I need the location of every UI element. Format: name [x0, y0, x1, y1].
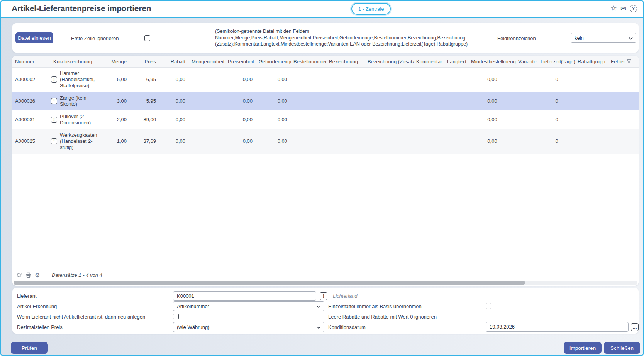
cell-kurzbezeichnung: ! Zange (kein Skonto) [51, 92, 103, 110]
printer-icon[interactable] [25, 272, 32, 279]
col-header[interactable]: Kurzbezeichnung [51, 59, 103, 64]
neu-anlegen-label: Wenn Lieferant nicht Artikellieferant is… [17, 314, 145, 320]
pruefen-button[interactable]: Prüfen [11, 342, 48, 354]
artikel-erkennung-select[interactable]: Artikelnummer [173, 301, 324, 311]
cell-lieferzeit-tage: 0 [538, 76, 575, 83]
col-header[interactable]: Bezeichnung (Zusatz) [365, 59, 414, 64]
table-row[interactable]: A000025 ! Werkzeugkasten (Handelsset 2-s… [12, 129, 639, 154]
col-header[interactable]: Gebindemenge [256, 59, 291, 64]
skip-first-row-label: Erste Zeile ignorieren [71, 36, 119, 41]
cell-lieferzeit-tage: 0 [538, 138, 575, 144]
field-separator-select[interactable]: kein [571, 33, 636, 43]
skip-first-row-checkbox[interactable] [144, 35, 150, 41]
cell-kurzbezeichnung: ! Pullover (2 Dimensionen) [51, 110, 103, 129]
col-header[interactable]: Rabatt [160, 59, 189, 64]
konditionsdatum-picker-button[interactable]: … [631, 323, 639, 331]
einzelstaffel-checkbox[interactable] [486, 303, 491, 309]
cell-nummer: A000002 [12, 76, 51, 83]
star-icon[interactable]: ☆ [610, 4, 617, 13]
einzelstaffel-label: Einzelstaffel immer als Basis übernehmen [328, 303, 422, 309]
cell-nummer: A000025 [12, 138, 51, 144]
lieferant-lookup-button[interactable]: ! [320, 292, 327, 300]
col-header[interactable]: Menge [103, 59, 130, 64]
grid-header: Nummer Kurzbezeichnung Menge Preis Rabat… [12, 56, 639, 68]
help-icon[interactable]: ? [630, 5, 637, 12]
schliessen-button[interactable]: Schließen [604, 342, 640, 354]
cell-menge: 3,00 [103, 98, 130, 104]
horizontal-scrollbar [14, 281, 637, 285]
mail-icon[interactable]: ✉ [620, 4, 626, 13]
grid-status-bar: ⚙ Datensätze 1 - 4 von 4 [12, 270, 639, 280]
read-file-button[interactable]: Datei einlesen [15, 32, 53, 43]
cell-preis: 5,95 [130, 98, 160, 104]
konditionsdatum-label: Konditionsdatum [328, 324, 366, 330]
refresh-icon[interactable] [15, 272, 22, 279]
col-header-fehler[interactable]: Fehler [608, 59, 639, 64]
col-header[interactable]: Variante [516, 59, 538, 64]
cell-mindestbestellmenge: 0,00 [469, 117, 516, 123]
row-flag-icon[interactable]: ! [51, 76, 57, 83]
grid-rows: A000002 ! Hammer (Handelsartikel, Staffe… [12, 67, 639, 270]
col-header[interactable]: Preis [130, 59, 160, 64]
cell-mindestbestellmenge: 0,00 [469, 138, 516, 144]
field-separator-label: Feldtrennzeichen [497, 36, 536, 41]
options-panel: Lieferant ! Lichterland Artikel-Erkennun… [12, 288, 639, 334]
import-window: Artikel-Lieferantenpreise importieren 1 … [0, 0, 644, 356]
cell-preis: 89,00 [130, 117, 160, 123]
col-header[interactable]: Mindestbestellmenge [469, 59, 516, 64]
row-flag-icon[interactable]: ! [51, 98, 57, 104]
col-header[interactable]: Kommentar [414, 59, 445, 64]
table-row[interactable]: A000031 ! Pullover (2 Dimensionen) 2,00 … [12, 110, 639, 129]
cell-rabatt: 0,00 [160, 117, 189, 123]
table-row[interactable]: A000002 ! Hammer (Handelsartikel, Staffe… [12, 67, 639, 92]
record-count-status: Datensätze 1 - 4 von 4 [52, 272, 102, 278]
cell-rabatt: 0,00 [160, 98, 189, 104]
cell-gebindemenge: 0,00 [256, 117, 291, 123]
cell-preiseinheit: 0,00 [225, 98, 256, 104]
leere-rabatte-label: Leere Rabatte und Rabatte mit Wert 0 ign… [328, 314, 437, 320]
row-flag-icon[interactable]: ! [51, 117, 57, 123]
col-header[interactable]: Langtext [445, 59, 469, 64]
cell-preis: 6,95 [130, 76, 160, 83]
col-header[interactable]: Bestellnummer [291, 59, 327, 64]
col-header[interactable]: Preiseinheit [225, 59, 256, 64]
chevron-down-icon [629, 37, 633, 40]
chevron-down-icon [317, 326, 321, 329]
col-header[interactable]: Mengeneinheit [189, 59, 225, 64]
konditionsdatum-input[interactable] [486, 322, 629, 332]
col-header[interactable]: Nummer [12, 59, 51, 64]
title-bar: Artikel-Lieferantenpreise importieren 1 … [1, 1, 643, 18]
file-format-description: (Semikolon-getrennte Datei mit den Felde… [215, 28, 468, 47]
cell-mindestbestellmenge: 0,00 [469, 98, 516, 104]
titlebar-icons: ☆ ✉ ? [610, 4, 637, 13]
cell-rabatt: 0,00 [160, 76, 189, 83]
cell-preis: 37,69 [130, 138, 160, 144]
cell-mindestbestellmenge: 0,00 [469, 76, 516, 83]
cell-preiseinheit: 0,00 [225, 117, 256, 123]
cell-lieferzeit-tage: 0 [538, 98, 575, 104]
lieferant-input[interactable] [173, 291, 316, 301]
cell-kurzbezeichnung: ! Hammer (Handelsartikel, Staffelpreise) [51, 67, 103, 92]
row-flag-icon[interactable]: ! [51, 138, 57, 144]
horizontal-scrollbar-thumb[interactable] [14, 281, 525, 285]
cell-nummer: A000026 [12, 98, 51, 104]
col-header[interactable]: Lieferzeit(Tage) [538, 59, 575, 64]
cell-nummer: A000031 [12, 117, 51, 123]
cell-gebindemenge: 0,00 [256, 76, 291, 83]
col-header[interactable]: Bezeichnung [327, 59, 365, 64]
dezimalstellen-select[interactable]: (wie Währung) [173, 322, 324, 332]
col-header[interactable]: Rabattgrupp [575, 59, 608, 64]
toolbar-panel: Datei einlesen Erste Zeile ignorieren (S… [12, 23, 639, 53]
cell-lieferzeit-tage: 0 [538, 117, 575, 123]
dezimalstellen-label: Dezimalstellen Preis [17, 324, 63, 330]
leere-rabatte-checkbox[interactable] [486, 314, 491, 319]
page-title: Artikel-Lieferantenpreise importieren [12, 4, 151, 13]
neu-anlegen-checkbox[interactable] [173, 314, 179, 319]
importieren-button[interactable]: Importieren [564, 342, 602, 354]
context-badge[interactable]: 1 - Zentrale [351, 3, 391, 15]
table-row[interactable]: A000026 ! Zange (kein Skonto) 3,00 5,95 … [12, 92, 639, 110]
filter-funnel-icon[interactable] [627, 59, 631, 64]
cell-menge: 1,00 [103, 138, 130, 144]
gear-icon[interactable]: ⚙ [34, 272, 41, 279]
artikel-erkennung-label: Artikel-Erkennung [17, 303, 57, 309]
